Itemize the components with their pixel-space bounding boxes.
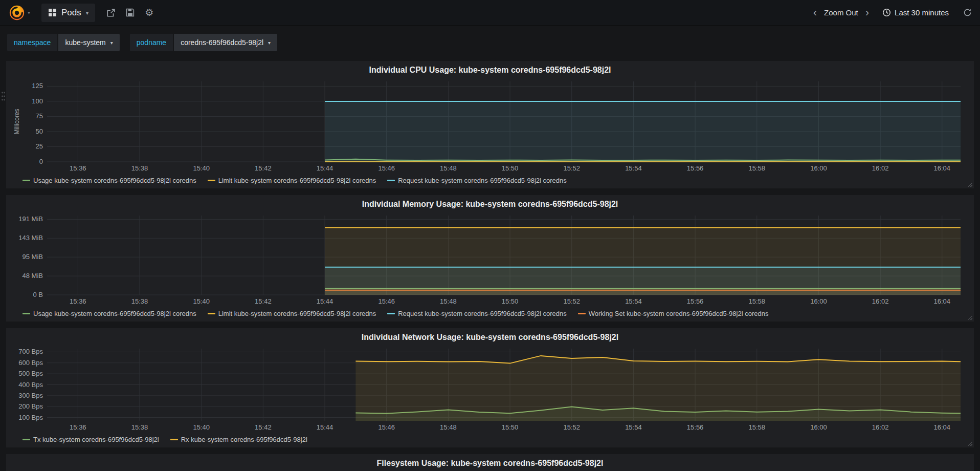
chevron-right-icon[interactable]: ›	[863, 7, 871, 18]
legend-series-color	[23, 439, 30, 440]
grafana-logo[interactable]: ▾	[8, 4, 30, 22]
legend-series-label: Limit kube-system coredns-695f96dcd5-98j…	[218, 310, 376, 317]
variable-podname-value[interactable]: coredns-695f96dcd5-98j2l ▾	[174, 34, 277, 51]
nav-right: ‹ Zoom Out › Last 30 minutes	[811, 7, 972, 18]
legend-item[interactable]: Limit kube-system coredns-695f96dcd5-98j…	[208, 310, 376, 317]
panel-network-usage: Individual Network Usage: kube-system co…	[6, 328, 974, 447]
network-usage-chart[interactable]: 15:3615:3815:4015:4215:4415:4615:4815:50…	[11, 345, 969, 433]
svg-text:16:02: 16:02	[872, 423, 889, 431]
chevron-down-icon: ▾	[268, 40, 271, 46]
legend-item[interactable]: Tx kube-system coredns-695f96dcd5-98j2l	[23, 436, 159, 443]
legend-item[interactable]: Rx kube-system coredns-695f96dcd5-98j2l	[170, 436, 307, 443]
legend-item[interactable]: Request kube-system coredns-695f96dcd5-9…	[387, 310, 567, 317]
svg-text:15:40: 15:40	[193, 423, 210, 431]
svg-text:16:04: 16:04	[934, 297, 951, 305]
legend-series-color	[23, 313, 30, 314]
svg-text:15:38: 15:38	[131, 423, 148, 431]
dashboard-body: namespace kube-system ▾ podname coredns-…	[0, 26, 980, 471]
panel-drag-handle[interactable]	[1, 91, 6, 102]
grid-icon	[48, 8, 57, 17]
legend-series-color	[387, 313, 395, 314]
svg-text:15:46: 15:46	[378, 423, 395, 431]
svg-text:16:04: 16:04	[934, 164, 951, 172]
legend-item[interactable]: Limit kube-system coredns-695f96dcd5-98j…	[208, 177, 376, 184]
variable-podname-label: podname	[130, 34, 173, 51]
time-range-picker[interactable]: Last 30 minutes	[882, 8, 949, 17]
memory-usage-chart[interactable]: 15:3615:3815:4015:4215:4415:4615:4815:50…	[11, 211, 969, 307]
svg-text:15:38: 15:38	[131, 164, 148, 172]
chevron-down-icon: ▾	[86, 10, 89, 16]
variable-podname-selected: coredns-695f96dcd5-98j2l	[181, 38, 263, 47]
variable-namespace-value[interactable]: kube-system ▾	[58, 34, 119, 51]
svg-text:15:46: 15:46	[378, 297, 395, 305]
legend-item[interactable]: Request kube-system coredns-695f96dcd5-9…	[387, 177, 567, 184]
svg-text:15:44: 15:44	[317, 423, 333, 431]
panel-title-cpu[interactable]: Individual CPU Usage: kube-system coredn…	[11, 64, 969, 77]
variable-namespace-label: namespace	[7, 34, 57, 51]
svg-text:15:44: 15:44	[317, 164, 333, 172]
svg-text:16:00: 16:00	[810, 297, 827, 305]
legend-series-label: Limit kube-system coredns-695f96dcd5-98j…	[218, 177, 376, 184]
svg-text:16:00: 16:00	[810, 423, 827, 431]
drag-dots-icon	[1, 91, 6, 102]
legend-series-color	[387, 180, 395, 181]
save-icon	[126, 8, 135, 17]
navbar: ▾ Pods ▾ ⚙	[0, 0, 980, 26]
legend-series-label: Request kube-system coredns-695f96dcd5-9…	[398, 310, 567, 317]
legend-series-label: Tx kube-system coredns-695f96dcd5-98j2l	[33, 436, 159, 443]
svg-text:16:02: 16:02	[872, 297, 889, 305]
svg-text:700 Bps: 700 Bps	[18, 348, 43, 355]
cpu-usage-chart[interactable]: 15:3615:3815:4015:4215:4415:4615:4815:50…	[11, 77, 969, 174]
svg-text:15:40: 15:40	[193, 164, 210, 172]
svg-text:15:44: 15:44	[317, 297, 333, 305]
panel-cpu-usage: Individual CPU Usage: kube-system coredn…	[6, 61, 974, 188]
refresh-icon	[963, 8, 972, 17]
dashboard-picker[interactable]: Pods ▾	[41, 4, 95, 22]
legend-item[interactable]: Usage kube-system coredns-695f96dcd5-98j…	[23, 310, 196, 317]
chevron-left-icon[interactable]: ‹	[811, 7, 819, 18]
legend-item[interactable]: Working Set kube-system coredns-695f96dc…	[578, 310, 769, 317]
svg-text:0: 0	[39, 158, 43, 165]
share-button[interactable]	[106, 8, 116, 17]
legend-series-color	[170, 439, 178, 440]
chart-svg: 15:3615:3815:4015:4215:4415:4615:4815:50…	[11, 345, 969, 433]
settings-button[interactable]: ⚙	[145, 8, 153, 17]
svg-text:15:36: 15:36	[70, 423, 86, 431]
svg-text:100 Bps: 100 Bps	[18, 414, 43, 421]
svg-text:125: 125	[32, 82, 43, 90]
svg-text:15:48: 15:48	[440, 164, 457, 172]
legend-item[interactable]: Usage kube-system coredns-695f96dcd5-98j…	[23, 177, 196, 184]
panel-title-network[interactable]: Individual Network Usage: kube-system co…	[11, 331, 969, 345]
svg-text:600 Bps: 600 Bps	[18, 359, 43, 367]
svg-text:15:50: 15:50	[502, 297, 519, 305]
chart-svg: 15:3615:3815:4015:4215:4415:4615:4815:50…	[11, 211, 969, 307]
variable-namespace: namespace kube-system ▾	[7, 34, 120, 51]
svg-text:191 MiB: 191 MiB	[18, 215, 43, 223]
svg-text:15:48: 15:48	[440, 423, 457, 431]
refresh-button[interactable]	[963, 8, 972, 17]
svg-text:95 MiB: 95 MiB	[23, 253, 43, 261]
svg-text:Millicores: Millicores	[13, 109, 20, 134]
svg-text:15:52: 15:52	[563, 423, 580, 431]
svg-text:15:36: 15:36	[70, 297, 86, 305]
svg-text:15:42: 15:42	[255, 423, 272, 431]
network-usage-legend: Tx kube-system coredns-695f96dcd5-98j2lR…	[11, 433, 969, 445]
svg-text:15:58: 15:58	[748, 297, 765, 305]
svg-text:15:46: 15:46	[378, 164, 395, 172]
legend-series-label: Usage kube-system coredns-695f96dcd5-98j…	[33, 177, 196, 184]
svg-text:15:38: 15:38	[131, 297, 148, 305]
zoom-out-button[interactable]: Zoom Out	[824, 8, 858, 17]
svg-text:15:50: 15:50	[502, 423, 519, 431]
legend-series-color	[208, 180, 215, 181]
gear-icon: ⚙	[145, 8, 153, 17]
variable-podname: podname coredns-695f96dcd5-98j2l ▾	[130, 34, 277, 51]
svg-text:143 MiB: 143 MiB	[18, 234, 43, 242]
panel-title-memory[interactable]: Individual Memory Usage: kube-system cor…	[11, 198, 969, 211]
chevron-down-icon: ▾	[110, 40, 113, 46]
legend-series-color	[578, 313, 586, 314]
dashboard-title: Pods	[61, 8, 81, 18]
panel-title-filesystem[interactable]: Filesystem Usage: kube-system coredns-69…	[11, 457, 969, 470]
time-range-label: Last 30 minutes	[895, 8, 949, 17]
chevron-down-icon: ▾	[28, 10, 30, 15]
save-button[interactable]	[126, 8, 135, 17]
